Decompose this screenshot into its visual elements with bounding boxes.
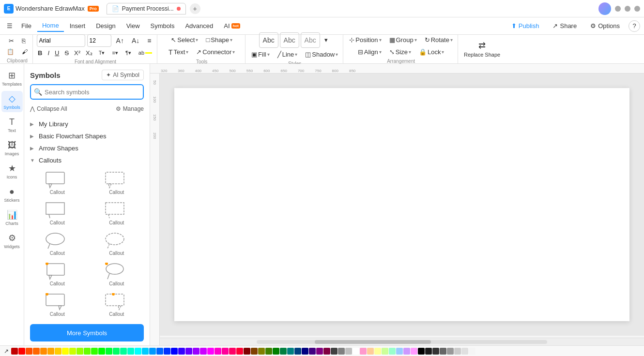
canvas-content[interactable] xyxy=(160,74,644,336)
fill-button[interactable]: ▣ Fill ▾ xyxy=(248,49,273,60)
sidebar-item-images[interactable]: 🖼 Images xyxy=(1,137,23,159)
menu-home[interactable]: Home xyxy=(37,20,64,32)
color-swatch[interactable] xyxy=(440,348,446,355)
maximize-button[interactable] xyxy=(625,6,630,12)
paste-button[interactable]: 📋 xyxy=(4,46,17,57)
callout-item-1[interactable]: Callout xyxy=(28,168,87,198)
hamburger-menu[interactable]: ☰ xyxy=(4,20,15,31)
color-swatch[interactable] xyxy=(215,348,221,355)
group-button[interactable]: ▦ Group ▾ xyxy=(386,34,420,45)
document-tab[interactable]: 📄 Payment Processi... xyxy=(107,3,186,15)
color-swatch[interactable] xyxy=(287,348,294,355)
line-button[interactable]: ╱ Line ▾ xyxy=(275,49,301,60)
canvas-scrollbar[interactable] xyxy=(160,338,644,345)
connector-button[interactable]: ↗ Connector ▾ xyxy=(193,46,238,58)
sidebar-item-templates[interactable]: ⊞ Templates xyxy=(1,68,23,89)
close-button[interactable] xyxy=(634,6,640,12)
shape-button[interactable]: □ Shape ▾ xyxy=(203,34,235,45)
color-swatch[interactable] xyxy=(338,348,345,355)
canvas-area[interactable]: // Will be rendered below 320 360 400 45… xyxy=(150,64,644,345)
color-swatch[interactable] xyxy=(454,348,461,355)
menu-file[interactable]: File xyxy=(16,20,36,31)
menu-design[interactable]: Design xyxy=(91,20,120,31)
italic-button[interactable]: I xyxy=(46,48,51,58)
collapse-all-button[interactable]: ⋀ Collapse All xyxy=(30,105,67,112)
color-swatch[interactable] xyxy=(55,348,61,355)
color-swatch[interactable] xyxy=(77,348,83,355)
menu-symbols[interactable]: Symbols xyxy=(146,20,180,31)
color-swatch[interactable] xyxy=(251,348,258,355)
color-swatch[interactable] xyxy=(178,348,185,355)
search-input[interactable] xyxy=(30,84,144,100)
color-swatch[interactable] xyxy=(40,348,47,355)
increase-font-button[interactable]: A↑ xyxy=(113,35,127,46)
callout-item-8[interactable]: Callout xyxy=(88,260,146,289)
style-abc-1[interactable]: Abc xyxy=(259,32,278,48)
callout-item-10[interactable]: Callout xyxy=(88,290,146,320)
color-swatch[interactable] xyxy=(106,348,112,355)
cut-button[interactable]: ✂ xyxy=(6,35,17,46)
publish-button[interactable]: ⬆ Publish xyxy=(506,20,544,31)
color-swatch[interactable] xyxy=(353,348,359,355)
color-swatch[interactable] xyxy=(113,348,120,355)
color-swatch[interactable] xyxy=(309,348,316,355)
color-swatch[interactable] xyxy=(302,348,308,355)
color-swatch[interactable] xyxy=(91,348,98,355)
style-abc-2[interactable]: Abc xyxy=(280,32,299,48)
tree-item-my-library[interactable]: ▶ My Library xyxy=(24,118,150,130)
help-button[interactable]: ? xyxy=(629,20,640,32)
color-swatch[interactable] xyxy=(265,348,272,355)
color-swatch[interactable] xyxy=(316,348,323,355)
color-swatch[interactable] xyxy=(98,348,105,355)
color-swatch[interactable] xyxy=(229,348,236,355)
position-button[interactable]: ⊹ Position ▾ xyxy=(346,34,384,45)
tree-item-arrow-shapes[interactable]: ▶ Arrow Shapes xyxy=(24,142,150,154)
color-swatch[interactable] xyxy=(360,348,367,355)
add-tab-button[interactable]: + xyxy=(190,3,200,14)
font-color-button[interactable]: ab xyxy=(136,48,155,58)
superscript-button[interactable]: X² xyxy=(72,48,82,58)
color-swatch[interactable] xyxy=(185,348,192,355)
color-swatch[interactable] xyxy=(418,348,425,355)
color-swatch[interactable] xyxy=(425,348,432,355)
callout-item-6[interactable]: Callout xyxy=(88,229,146,259)
sidebar-item-text[interactable]: T Text xyxy=(1,114,23,135)
color-swatch[interactable] xyxy=(18,348,25,355)
ai-symbol-button[interactable]: ✦ AI Symbol xyxy=(102,70,144,80)
style-abc-3[interactable]: Abc xyxy=(301,32,320,48)
color-swatch[interactable] xyxy=(156,348,163,355)
color-swatch[interactable] xyxy=(120,348,127,355)
color-swatch[interactable] xyxy=(11,348,18,355)
color-swatch[interactable] xyxy=(200,348,207,355)
align-button[interactable]: ⊟ Align ▾ xyxy=(355,46,384,58)
color-swatch[interactable] xyxy=(396,348,403,355)
color-swatch[interactable] xyxy=(135,348,141,355)
color-swatch[interactable] xyxy=(432,348,439,355)
color-swatch[interactable] xyxy=(374,348,381,355)
underline-button[interactable]: U xyxy=(53,48,61,58)
color-swatch[interactable] xyxy=(447,348,454,355)
minimize-button[interactable] xyxy=(615,6,621,12)
color-swatch[interactable] xyxy=(323,348,330,355)
styles-expand-button[interactable]: ▾ xyxy=(322,34,331,45)
color-swatch[interactable] xyxy=(207,348,214,355)
callout-item-3[interactable]: Callout xyxy=(28,199,87,228)
color-swatch[interactable] xyxy=(171,348,178,355)
text-style-button[interactable]: T▾ xyxy=(96,48,108,58)
color-swatch[interactable] xyxy=(236,348,243,355)
callout-item-2[interactable]: Callout xyxy=(88,168,146,198)
color-swatch[interactable] xyxy=(461,348,468,355)
sidebar-item-stickers[interactable]: ● Stickers xyxy=(1,184,23,205)
sidebar-item-icons[interactable]: ★ Icons xyxy=(1,161,23,182)
color-swatch[interactable] xyxy=(222,348,229,355)
callout-item-9[interactable]: Callout xyxy=(28,290,87,320)
color-swatch[interactable] xyxy=(127,348,134,355)
color-swatch[interactable] xyxy=(26,348,32,355)
color-bar-arrow[interactable]: ↗ xyxy=(2,348,11,355)
color-swatch[interactable] xyxy=(258,348,265,355)
color-swatch[interactable] xyxy=(149,348,156,355)
user-avatar[interactable] xyxy=(598,2,611,15)
color-swatch[interactable] xyxy=(273,348,279,355)
font-size-input[interactable] xyxy=(87,34,111,47)
color-swatch[interactable] xyxy=(403,348,410,355)
